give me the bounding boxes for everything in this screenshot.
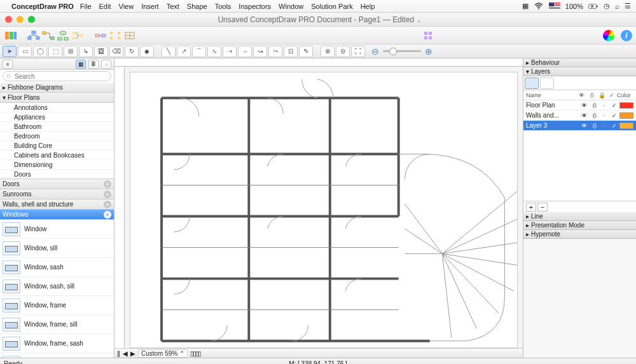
page-prev-icon[interactable]: ◀ xyxy=(123,350,128,357)
menu-insert[interactable]: Insert xyxy=(141,3,159,10)
section-line[interactable]: ▸Line xyxy=(523,212,636,221)
section-hypernote[interactable]: ▸Hypernote xyxy=(523,230,636,239)
app-name[interactable]: ConceptDraw PRO xyxy=(11,3,74,10)
section-behaviour[interactable]: ▸Behaviour xyxy=(523,58,636,67)
close-button[interactable] xyxy=(5,16,12,23)
library-panel-icon[interactable] xyxy=(4,29,18,42)
list-icon[interactable]: ☰ xyxy=(625,2,631,10)
close-icon[interactable]: × xyxy=(104,211,111,219)
sub-dimensioning[interactable]: Dimensioning xyxy=(0,160,114,170)
connector-direct[interactable]: → xyxy=(238,46,252,57)
wifi-icon[interactable] xyxy=(534,1,544,11)
flow-icon[interactable] xyxy=(93,29,107,42)
arrow-tool[interactable]: ↗ xyxy=(177,46,191,57)
rotate-tool[interactable]: ↻ xyxy=(125,46,139,57)
page-thumbs-icon[interactable]: ▯▯▯▯ xyxy=(190,350,200,357)
ruler-horizontal[interactable] xyxy=(114,58,523,67)
panel-collapse-icon[interactable]: ≡ xyxy=(3,60,13,69)
arrange-icon[interactable] xyxy=(123,29,137,42)
layer-3[interactable]: Layer 3 👁⎙·✓ xyxy=(523,121,636,131)
menu-file[interactable]: File xyxy=(80,3,92,10)
connector-curve[interactable]: ↝ xyxy=(253,46,267,57)
status-apps-icon[interactable]: ▦ xyxy=(522,2,529,10)
image-tool[interactable]: 🖼 xyxy=(94,46,108,57)
crop-tool[interactable]: ⊡ xyxy=(284,46,298,57)
rect-tool[interactable]: ▭ xyxy=(18,46,32,57)
menu-view[interactable]: View xyxy=(119,3,134,10)
info-icon[interactable]: i xyxy=(621,30,632,41)
paint-tool[interactable]: ✎ xyxy=(299,46,313,57)
menu-tools[interactable]: Tools xyxy=(215,3,232,10)
search-input[interactable] xyxy=(3,71,111,81)
section-walls[interactable]: Walls, shell and structure× xyxy=(0,199,114,210)
layer-walls[interactable]: Walls and... 👁⎙·✓ xyxy=(523,111,636,121)
shape-window[interactable]: Window xyxy=(0,220,114,239)
section-sunrooms[interactable]: Sunrooms× xyxy=(0,189,114,199)
shape-window-sash[interactable]: Window, sash xyxy=(0,258,114,277)
tree-icon[interactable] xyxy=(27,29,41,42)
menu-inspectors[interactable]: Inspectors xyxy=(238,3,271,10)
spotlight-icon[interactable]: ⌕ xyxy=(615,3,619,10)
connector-round[interactable]: ⤳ xyxy=(268,46,282,57)
text-tool[interactable]: ⬚ xyxy=(48,46,62,57)
clock-icon[interactable]: ◷ xyxy=(604,2,610,10)
distribute-icon[interactable] xyxy=(108,29,122,42)
pointer-tool[interactable]: ➤ xyxy=(3,46,17,57)
close-icon[interactable]: × xyxy=(104,191,111,198)
sub-annotations[interactable]: Annotations xyxy=(0,103,114,112)
ellipse-tool[interactable]: ◯ xyxy=(33,46,47,57)
section-doors[interactable]: Doors× xyxy=(0,179,114,189)
layers-tab2-icon[interactable] xyxy=(540,78,554,89)
zoom-out-tool[interactable]: ⊖ xyxy=(336,46,350,57)
menu-shape[interactable]: Shape xyxy=(187,3,207,10)
insert-tool[interactable]: ⊞ xyxy=(64,46,78,57)
shape-window-frame-sill[interactable]: Window, frame, sill xyxy=(0,315,114,334)
handle-tool[interactable]: ◆ xyxy=(140,46,154,57)
scroll-left-icon[interactable]: ‖ xyxy=(117,350,120,357)
zoom-out-icon[interactable]: ⊖ xyxy=(371,46,379,57)
line-tool[interactable]: ╲ xyxy=(162,46,176,57)
remove-layer-button[interactable]: − xyxy=(537,203,548,212)
close-icon[interactable]: × xyxy=(104,180,111,188)
shape-window-sash-sill[interactable]: Window, sash, sill xyxy=(0,277,114,296)
zoom-in-tool[interactable]: ⊕ xyxy=(321,46,335,57)
zoom-level[interactable]: Custom 59% ⌃ xyxy=(138,349,188,358)
zoom-slider[interactable] xyxy=(383,50,421,52)
sub-doors-entry[interactable]: Doors xyxy=(0,170,114,179)
arc-tool[interactable]: ⌒ xyxy=(192,46,206,57)
drawing-canvas[interactable] xyxy=(130,72,518,348)
sub-bathroom[interactable]: Bathroom xyxy=(0,122,114,131)
window-controls[interactable] xyxy=(5,16,35,23)
chain-icon[interactable] xyxy=(41,29,55,42)
connector-smart[interactable]: ⇢ xyxy=(223,46,237,57)
section-presentation[interactable]: ▸Presentation Mode xyxy=(523,221,636,230)
minimize-button[interactable] xyxy=(17,16,24,23)
shape-window-frame-sash[interactable]: Window, frame, sash xyxy=(0,334,114,353)
sub-appliances[interactable]: Appliances xyxy=(0,112,114,122)
category-fishbone[interactable]: ▸Fishbone Diagrams xyxy=(0,83,114,93)
menu-edit[interactable]: Edit xyxy=(99,3,111,10)
ruler-vertical[interactable] xyxy=(114,67,125,348)
color-wheel-icon[interactable] xyxy=(603,30,614,41)
add-layer-button[interactable]: + xyxy=(526,203,536,212)
view-list-icon[interactable]: ≣ xyxy=(88,60,99,69)
keyboard-flag-icon[interactable] xyxy=(549,3,560,10)
zoom-button[interactable] xyxy=(28,16,35,23)
category-floor-plans[interactable]: ▾Floor Plans xyxy=(0,93,114,103)
sub-bedroom[interactable]: Bedroom xyxy=(0,131,114,141)
shape-window-frame[interactable]: Window, frame xyxy=(0,296,114,315)
layer-floor-plan[interactable]: Floor Plan 👁⎙·✓ xyxy=(523,100,636,111)
sub-cabinets[interactable]: Cabinets and Bookcases xyxy=(0,151,114,160)
page-next-icon[interactable]: ▶ xyxy=(130,350,135,357)
connector-tool[interactable]: ↳ xyxy=(79,46,93,57)
hierarchy-icon[interactable] xyxy=(71,29,85,42)
menu-window[interactable]: Window xyxy=(279,3,303,10)
grid-toggle-icon[interactable] xyxy=(421,29,435,42)
layers-tab1-icon[interactable] xyxy=(525,78,539,89)
close-icon[interactable]: × xyxy=(104,201,111,208)
shape-window-frame-sash-sill[interactable]: Window, frame, sash, sill xyxy=(0,353,114,358)
eraser-tool[interactable]: ⌫ xyxy=(109,46,123,57)
view-grid-icon[interactable]: ▦ xyxy=(76,60,86,69)
battery-icon[interactable] xyxy=(588,1,598,11)
zoom-fit-tool[interactable]: ⛶ xyxy=(351,46,365,57)
